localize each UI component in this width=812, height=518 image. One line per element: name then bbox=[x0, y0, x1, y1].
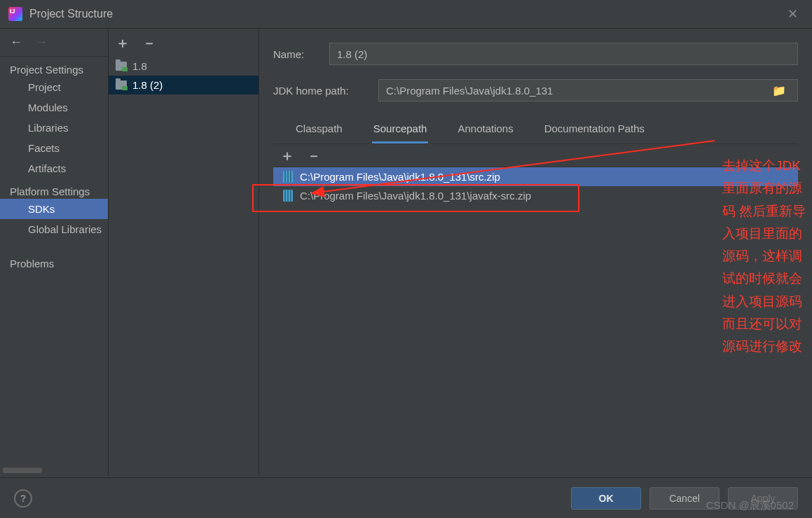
sdk-tabs: Classpath Sourcepath Annotations Documen… bbox=[273, 115, 798, 144]
home-path-label: JDK home path: bbox=[273, 85, 364, 97]
cancel-button[interactable]: Cancel bbox=[649, 487, 720, 510]
sourcepath-list: C:\Program Files\Java\jdk1.8.0_131\src.z… bbox=[273, 167, 798, 205]
name-label: Name: bbox=[273, 48, 315, 60]
sourcepath-text: C:\Program Files\Java\jdk1.8.0_131\src.z… bbox=[300, 171, 500, 183]
tab-sourcepath[interactable]: Sourcepath bbox=[372, 120, 429, 144]
dialog-footer: ? OK Cancel Apply bbox=[0, 477, 812, 518]
add-sourcepath-button[interactable]: ＋ bbox=[280, 148, 294, 162]
jdk-folder-icon bbox=[116, 80, 127, 90]
browse-folder-icon[interactable]: 📁 bbox=[768, 84, 790, 97]
name-input[interactable]: 1.8 (2) bbox=[329, 43, 798, 65]
zip-icon bbox=[283, 190, 293, 202]
back-icon[interactable]: ← bbox=[10, 35, 22, 50]
add-sdk-button[interactable]: ＋ bbox=[116, 36, 130, 50]
nav-item-problems[interactable]: Problems bbox=[0, 253, 108, 274]
remove-sourcepath-button[interactable]: － bbox=[307, 148, 321, 162]
nav-item-facets[interactable]: Facets bbox=[0, 138, 108, 158]
nav-item-artifacts[interactable]: Artifacts bbox=[0, 158, 108, 178]
forward-icon[interactable]: → bbox=[35, 35, 48, 50]
sdk-list-item[interactable]: 1.8 (2) bbox=[109, 76, 259, 94]
close-icon[interactable]: ✕ bbox=[782, 4, 804, 24]
sdk-list-panel: ＋ － 1.8 1.8 (2) bbox=[109, 29, 259, 476]
nav-item-sdks[interactable]: SDKs bbox=[0, 199, 108, 219]
home-path-input[interactable]: C:\Program Files\Java\jdk1.8.0_131 📁 bbox=[378, 79, 798, 102]
ok-button[interactable]: OK bbox=[571, 487, 641, 510]
nav-item-global-libraries[interactable]: Global Libraries bbox=[0, 219, 108, 239]
sdk-label: 1.8 bbox=[132, 60, 147, 72]
remove-sdk-button[interactable]: － bbox=[142, 36, 156, 50]
nav-item-modules[interactable]: Modules bbox=[0, 97, 108, 118]
jdk-folder-icon bbox=[116, 62, 127, 71]
apply-button[interactable]: Apply bbox=[728, 487, 798, 510]
nav-group-platform: Platform Settings bbox=[0, 178, 108, 199]
sdk-label: 1.8 (2) bbox=[132, 79, 163, 91]
help-button[interactable]: ? bbox=[14, 489, 32, 507]
sourcepath-text: C:\Program Files\Java\jdk1.8.0_131\javaf… bbox=[300, 190, 531, 202]
scrollbar-thumb[interactable] bbox=[3, 468, 42, 473]
sdk-detail-panel: Name: 1.8 (2) JDK home path: C:\Program … bbox=[259, 29, 812, 476]
sourcepath-row[interactable]: C:\Program Files\Java\jdk1.8.0_131\src.z… bbox=[273, 167, 798, 186]
nav-item-libraries[interactable]: Libraries bbox=[0, 118, 108, 138]
intellij-icon bbox=[8, 7, 22, 21]
name-value: 1.8 (2) bbox=[337, 48, 367, 60]
sdk-list-item[interactable]: 1.8 bbox=[109, 57, 259, 76]
settings-nav: ← → Project Settings Project Modules Lib… bbox=[0, 29, 109, 476]
tab-documentation-paths[interactable]: Documentation Paths bbox=[543, 120, 646, 144]
window-title: Project Structure bbox=[29, 8, 782, 20]
home-path-value: C:\Program Files\Java\jdk1.8.0_131 bbox=[386, 85, 768, 97]
sourcepath-row[interactable]: C:\Program Files\Java\jdk1.8.0_131\javaf… bbox=[273, 186, 798, 205]
tab-annotations[interactable]: Annotations bbox=[456, 120, 514, 144]
tab-classpath[interactable]: Classpath bbox=[294, 120, 344, 144]
nav-item-project[interactable]: Project bbox=[0, 77, 108, 97]
nav-group-project: Project Settings bbox=[0, 57, 108, 77]
zip-icon bbox=[283, 171, 293, 183]
